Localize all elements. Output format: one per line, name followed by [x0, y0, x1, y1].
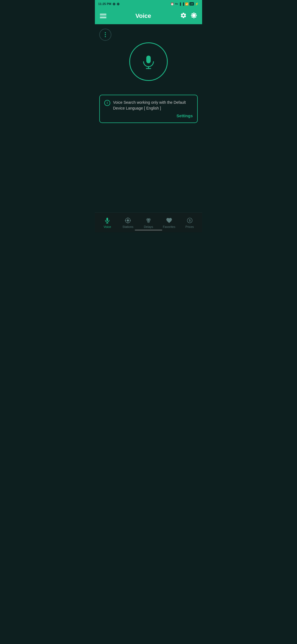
- favorites-nav-icon: [166, 217, 173, 224]
- delays-nav-icon: [145, 217, 152, 224]
- mic-button[interactable]: [129, 42, 168, 81]
- hamburger-line2: [100, 16, 106, 17]
- mic-icon: [140, 53, 157, 70]
- settings-button[interactable]: [180, 12, 187, 20]
- battery-level: 28: [189, 2, 194, 6]
- charging-icon: ⚡: [195, 2, 199, 6]
- home-indicator: [135, 230, 162, 231]
- dot2: [105, 34, 106, 35]
- settings-link[interactable]: Settings: [104, 113, 193, 118]
- settings-icon: [180, 12, 187, 19]
- svg-point-12: [149, 219, 150, 220]
- stations-nav-label: Stations: [122, 225, 133, 228]
- theme-toggle-button[interactable]: [191, 12, 197, 20]
- status-bar: 11:25 PM ⊕ ⊕ ⏰ Yo ▐ ▐ 📶 28 ⚡: [95, 0, 202, 8]
- overflow-menu-button[interactable]: [99, 29, 111, 41]
- voice-nav-label: Voice: [104, 225, 111, 228]
- delays-nav-label: Delays: [144, 225, 153, 228]
- nav-item-stations[interactable]: Stations: [118, 215, 138, 231]
- svg-rect-0: [146, 56, 151, 63]
- status-icons: ⏰ Yo ▐ ▐ 📶 28 ⚡: [170, 2, 199, 6]
- status-time: 11:25 PM ⊕ ⊕: [98, 2, 120, 6]
- lte-icon: Yo: [175, 2, 178, 5]
- alarm-icon: ⏰: [170, 2, 174, 6]
- favorites-nav-label: Favorites: [163, 225, 175, 228]
- voice-nav-icon: [104, 217, 111, 224]
- signal-icon2: ▐: [182, 2, 184, 6]
- dot1: [105, 32, 106, 33]
- svg-point-11: [147, 219, 148, 220]
- mic-container: [99, 42, 198, 81]
- svg-point-6: [127, 219, 129, 222]
- nav-item-delays[interactable]: Delays: [138, 215, 159, 231]
- top-app-bar: Voice: [95, 8, 202, 24]
- info-box: i Voice Search working only with the Def…: [99, 95, 198, 123]
- time-label: 11:25 PM: [98, 2, 111, 6]
- top-bar-actions: [180, 12, 197, 20]
- menu-button[interactable]: [100, 14, 106, 18]
- svg-rect-3: [106, 218, 108, 221]
- signal-icon1: ▐: [179, 2, 181, 6]
- svg-text:$: $: [189, 219, 191, 222]
- dot3: [105, 36, 106, 37]
- info-message: Voice Search working only with the Defau…: [113, 100, 193, 111]
- prices-nav-label: Prices: [185, 225, 194, 228]
- svg-point-13: [148, 221, 149, 222]
- page-title: Voice: [135, 12, 151, 20]
- theme-icon: [191, 12, 197, 19]
- wifi-icon: 📶: [185, 2, 188, 6]
- info-icon: i: [104, 100, 110, 106]
- prices-nav-icon: $: [186, 217, 193, 224]
- stations-nav-icon: [124, 217, 131, 224]
- nav-item-favorites[interactable]: Favorites: [159, 215, 179, 231]
- hamburger-line1: [100, 14, 106, 15]
- hamburger-line3: [100, 17, 106, 18]
- main-content: i Voice Search working only with the Def…: [95, 24, 202, 212]
- nav-item-voice[interactable]: Voice: [97, 215, 118, 231]
- nav-item-prices[interactable]: $ Prices: [179, 215, 200, 231]
